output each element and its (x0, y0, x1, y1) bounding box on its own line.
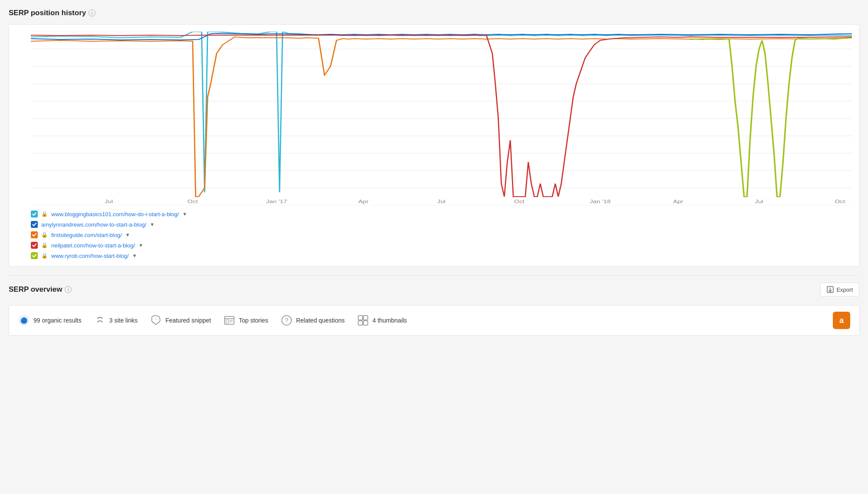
serp-feature-related-questions: ? Related questions (281, 314, 357, 326)
svg-text:Oct: Oct (514, 199, 525, 204)
legend-arrow-ryrob[interactable]: ▼ (132, 253, 137, 258)
svg-text:Jan '17: Jan '17 (266, 199, 287, 204)
serp-feature-featured-snippet: " Featured snippet (150, 314, 223, 326)
svg-rect-45 (358, 321, 363, 325)
svg-text:Jan '18: Jan '18 (590, 199, 611, 204)
svg-text:Oct: Oct (188, 199, 198, 204)
legend-arrow-firstsiteguide[interactable]: ▼ (125, 232, 130, 237)
featured-snippet-label: Featured snippet (165, 317, 211, 324)
legend-checkbox-ryrob[interactable] (31, 252, 38, 259)
serp-feature-organic: 🔵 99 organic results (18, 314, 94, 326)
line-ryrob (690, 38, 852, 197)
legend-lock-neilpatel: 🔒 (41, 242, 48, 248)
line-neilpatel (31, 35, 852, 197)
featured-snippet-icon: " (150, 314, 162, 326)
svg-rect-46 (363, 321, 368, 325)
serp-history-info-icon[interactable]: i (89, 10, 96, 16)
chart-section: 10 20 30 40 50 60 70 80 90 100 Jul Oct J… (9, 24, 859, 267)
thumbnails-label: 4 thumbnails (373, 317, 407, 324)
sitelinks-icon (94, 314, 106, 326)
svg-text:": " (155, 318, 156, 322)
serp-feature-top-stories: Top stories (223, 314, 281, 326)
avatar-letter: a (839, 316, 844, 325)
thumbnails-icon (357, 314, 369, 326)
legend-lock-ryrob: 🔒 (41, 253, 48, 259)
svg-text:?: ? (285, 317, 288, 324)
top-stories-icon (223, 314, 235, 326)
section-divider (9, 275, 859, 276)
line-bloggingbasics (31, 32, 852, 192)
svg-rect-43 (358, 316, 363, 320)
related-questions-label: Related questions (296, 317, 345, 324)
svg-text:Jul: Jul (105, 199, 113, 204)
serp-overview-title-block: SERP overview i (9, 285, 72, 294)
export-icon (827, 286, 834, 293)
legend-item-bloggingbasics: 🔒 www.bloggingbasics101.com/how-do-i-sta… (31, 211, 852, 217)
legend-lock-bloggingbasics: 🔒 (41, 211, 48, 217)
serp-overview-info-icon[interactable]: i (65, 286, 72, 293)
legend-url-firstsiteguide[interactable]: firstsiteguide.com/start-blog/ (51, 232, 122, 238)
line-firstsiteguide (31, 37, 852, 197)
legend-lock-firstsiteguide: 🔒 (41, 232, 48, 238)
legend-section: 🔒 www.bloggingbasics101.com/how-do-i-sta… (31, 205, 852, 261)
svg-text:Oct: Oct (835, 199, 845, 204)
svg-text:🔵: 🔵 (20, 317, 28, 324)
legend-url-ryrob[interactable]: www.ryrob.com/how-start-blog/ (51, 253, 129, 259)
serp-overview-header: SERP overview i Export (9, 283, 859, 296)
organic-icon: 🔵 (18, 314, 30, 326)
legend-url-neilpatel[interactable]: neilpatel.com/how-to-start-a-blog/ (51, 242, 135, 249)
legend-item-amylynn: amylynnandrews.com/how-to-start-a-blog/ … (31, 221, 852, 228)
related-questions-icon: ? (281, 314, 293, 326)
top-stories-label: Top stories (239, 317, 268, 324)
section-title-serp-history: SERP position history i (9, 9, 859, 17)
serp-history-title: SERP position history (9, 9, 86, 17)
legend-url-bloggingbasics[interactable]: www.bloggingbasics101.com/how-do-i-start… (51, 211, 179, 217)
legend-checkbox-neilpatel[interactable] (31, 242, 38, 249)
avatar: a (833, 312, 850, 329)
svg-text:Apr: Apr (673, 199, 683, 204)
export-button[interactable]: Export (820, 283, 859, 296)
legend-item-neilpatel: 🔒 neilpatel.com/how-to-start-a-blog/ ▼ (31, 242, 852, 249)
legend-arrow-neilpatel[interactable]: ▼ (139, 243, 143, 248)
legend-checkbox-firstsiteguide[interactable] (31, 231, 38, 238)
serp-feature-thumbnails: 4 thumbnails (357, 314, 419, 326)
serp-features-bar: 🔵 99 organic results 3 site links " (9, 305, 859, 336)
sitelinks-label: 3 site links (109, 317, 138, 324)
legend-item-firstsiteguide: 🔒 firstsiteguide.com/start-blog/ ▼ (31, 231, 852, 238)
legend-url-amylynn[interactable]: amylynnandrews.com/how-to-start-a-blog/ (41, 221, 146, 228)
legend-checkbox-amylynn[interactable] (31, 221, 38, 228)
svg-rect-38 (226, 320, 229, 323)
chart-svg: 10 20 30 40 50 60 70 80 90 100 Jul Oct J… (31, 32, 852, 205)
svg-text:Apr: Apr (358, 199, 369, 204)
page-container: SERP position history i 10 20 30 (0, 0, 868, 494)
svg-text:Jul: Jul (755, 199, 763, 204)
export-label: Export (836, 287, 853, 293)
legend-item-ryrob: 🔒 www.ryrob.com/how-start-blog/ ▼ (31, 252, 852, 259)
organic-label: 99 organic results (33, 317, 82, 324)
serp-overview-title: SERP overview (9, 285, 62, 294)
serp-feature-sitelinks: 3 site links (94, 314, 150, 326)
chart-wrapper: 10 20 30 40 50 60 70 80 90 100 Jul Oct J… (31, 32, 852, 205)
svg-text:Jul: Jul (437, 199, 446, 204)
svg-rect-44 (363, 316, 368, 320)
legend-arrow-bloggingbasics[interactable]: ▼ (182, 211, 187, 217)
legend-checkbox-bloggingbasics[interactable] (31, 211, 38, 217)
legend-arrow-amylynn[interactable]: ▼ (150, 222, 155, 227)
